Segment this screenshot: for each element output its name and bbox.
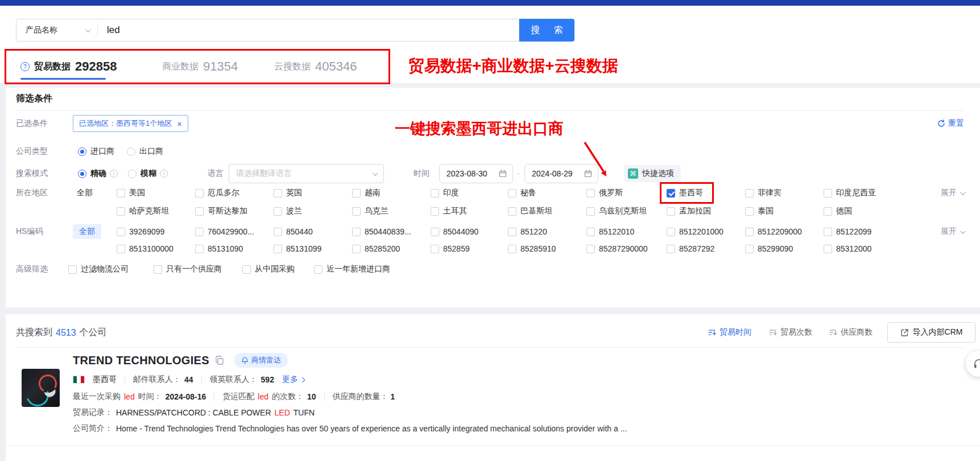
tab-business-data[interactable]: 商业数据 91354: [162, 55, 238, 79]
advanced-option[interactable]: 近一年新增进口商: [314, 264, 390, 274]
checkbox[interactable]: [431, 189, 439, 197]
radio-importer[interactable]: 进口商: [78, 146, 114, 157]
radio-fuzzy[interactable]: 模糊: [128, 168, 156, 179]
region-option-mexico-checked[interactable]: 墨西哥: [660, 182, 714, 204]
checkbox[interactable]: [824, 207, 832, 216]
checkbox[interactable]: [508, 228, 516, 236]
hs-option[interactable]: 85285200: [352, 244, 400, 253]
region-option[interactable]: 英国: [274, 188, 302, 198]
checkbox[interactable]: [586, 189, 595, 197]
sort-trade-count[interactable]: 贸易次数: [769, 327, 812, 337]
region-option[interactable]: 印度: [431, 188, 459, 198]
hs-option[interactable]: 85287290000: [586, 244, 648, 253]
advanced-option[interactable]: 只有一个供应商: [154, 264, 222, 274]
tab-trade-data[interactable]: ? 贸易数据 292858: [20, 55, 117, 79]
radio-exporter[interactable]: 出口商: [127, 146, 163, 157]
checkbox[interactable]: [824, 245, 832, 253]
checkbox[interactable]: [274, 245, 282, 253]
checkbox[interactable]: [586, 245, 595, 253]
checkbox[interactable]: [431, 228, 439, 236]
checkbox[interactable]: [667, 207, 675, 216]
hs-option[interactable]: 8512209000: [745, 227, 802, 236]
date-from-input[interactable]: 2023-08-30: [439, 164, 513, 183]
radar-badge[interactable]: 商情雷达: [234, 353, 288, 368]
checkbox[interactable]: [117, 228, 125, 236]
hs-option[interactable]: 8513100000: [117, 244, 173, 253]
region-option[interactable]: 乌兹别克斯坦: [586, 206, 647, 216]
tab-cloud-data[interactable]: 云搜数据 405346: [274, 55, 357, 79]
date-to-input[interactable]: 2024-08-29: [524, 164, 598, 183]
checkbox[interactable]: [431, 207, 439, 216]
checkbox[interactable]: [195, 189, 204, 197]
checkbox[interactable]: [586, 228, 595, 236]
hs-option[interactable]: 851220: [508, 227, 547, 236]
help-circle-icon[interactable]: ?: [20, 62, 30, 71]
checkbox[interactable]: [824, 189, 832, 197]
checkbox[interactable]: [154, 265, 162, 274]
checkbox[interactable]: [508, 189, 516, 197]
region-option[interactable]: 菲律宾: [745, 188, 781, 198]
quick-options-button[interactable]: ⌘ 快捷选项: [624, 165, 681, 182]
checkbox[interactable]: [274, 189, 282, 197]
checkbox[interactable]: [508, 245, 516, 253]
region-option[interactable]: 德国: [824, 206, 852, 216]
checkbox[interactable]: [745, 207, 754, 216]
sort-trade-time[interactable]: 贸易时间: [708, 327, 751, 337]
more-link[interactable]: 更多: [282, 374, 304, 385]
region-option[interactable]: 哥斯达黎加: [195, 206, 247, 216]
checkbox-checked[interactable]: [667, 189, 675, 197]
search-category-dropdown[interactable]: 产品名称: [16, 19, 97, 41]
checkbox[interactable]: [352, 228, 361, 236]
hs-option[interactable]: 85122010: [586, 227, 634, 236]
checkbox[interactable]: [352, 245, 361, 253]
region-option[interactable]: 美国: [117, 188, 145, 198]
hs-option[interactable]: 85299090: [745, 244, 793, 253]
region-option[interactable]: 越南: [352, 188, 381, 198]
checkbox[interactable]: [508, 207, 516, 216]
checkbox[interactable]: [117, 245, 125, 253]
search-input[interactable]: led: [107, 24, 120, 36]
region-option[interactable]: 泰国: [745, 206, 774, 216]
reset-button[interactable]: 重置: [937, 118, 964, 129]
region-expand-button[interactable]: 展开: [941, 188, 964, 198]
checkbox[interactable]: [274, 228, 282, 236]
checkbox[interactable]: [667, 228, 675, 236]
region-option[interactable]: 波兰: [274, 206, 302, 216]
checkbox[interactable]: [274, 207, 282, 216]
hs-option[interactable]: 760429900...: [195, 227, 254, 236]
checkbox[interactable]: [824, 228, 832, 236]
hs-expand-button[interactable]: 展开: [941, 227, 964, 237]
hs-option[interactable]: 85287292: [667, 244, 714, 253]
hs-option[interactable]: 850440: [274, 227, 313, 236]
region-option[interactable]: 哈萨克斯坦: [117, 206, 169, 216]
hs-option[interactable]: 850440839...: [352, 227, 411, 236]
region-all-button[interactable]: 全部: [77, 188, 93, 198]
hs-all-button[interactable]: 全部: [73, 224, 101, 239]
region-option[interactable]: 土耳其: [431, 206, 467, 216]
remove-tag-icon[interactable]: ×: [177, 119, 182, 129]
checkbox[interactable]: [117, 207, 125, 216]
checkbox[interactable]: [195, 228, 204, 236]
checkbox[interactable]: [745, 189, 754, 197]
checkbox[interactable]: [195, 207, 204, 216]
hs-option[interactable]: 39269099: [117, 227, 164, 236]
checkbox[interactable]: [314, 265, 322, 274]
info-icon[interactable]: i: [110, 170, 118, 178]
hs-option[interactable]: 85312000: [824, 244, 871, 253]
hs-option[interactable]: 85131090: [195, 244, 243, 253]
copy-icon[interactable]: [215, 356, 224, 365]
region-option[interactable]: 印度尼西亚: [824, 188, 876, 198]
sort-supplier-count[interactable]: 供应商数: [829, 327, 873, 337]
hs-option[interactable]: 85044090: [431, 227, 478, 236]
checkbox[interactable]: [195, 245, 204, 253]
region-option[interactable]: 乌克兰: [352, 206, 388, 216]
radio-exact[interactable]: 精确: [78, 168, 106, 179]
hs-option[interactable]: 85285910: [508, 244, 556, 253]
hs-option[interactable]: 852859: [431, 244, 470, 253]
region-option[interactable]: 俄罗斯: [586, 188, 623, 198]
region-option[interactable]: 巴基斯坦: [508, 206, 552, 216]
hs-option[interactable]: 85131099: [274, 244, 321, 253]
checkbox[interactable]: [352, 207, 361, 216]
hs-option[interactable]: 8512201000: [667, 227, 723, 236]
checkbox[interactable]: [431, 245, 439, 253]
